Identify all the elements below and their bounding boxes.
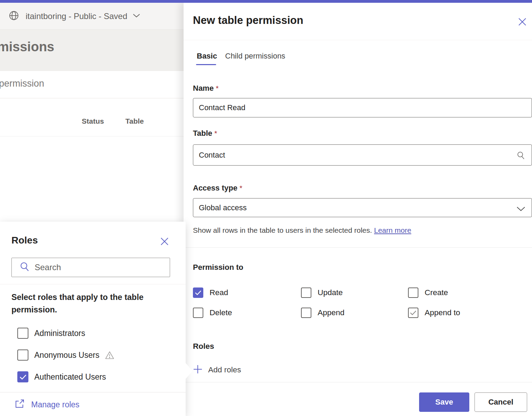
access-type-label: Access type* (193, 184, 242, 193)
checkbox-create[interactable]: Create (408, 287, 448, 298)
table-lookup-field[interactable]: Contact (193, 144, 532, 166)
manage-roles-link[interactable]: Manage roles (15, 399, 79, 410)
checkbox-delete[interactable]: Delete (193, 308, 232, 318)
required-asterisk: * (214, 129, 217, 137)
roles-section-label: Roles (193, 342, 214, 351)
access-type-helper: Show all rows in the table to users in t… (193, 226, 411, 234)
chevron-down-icon[interactable] (516, 205, 525, 214)
access-type-dropdown[interactable]: Global access (193, 198, 532, 217)
learn-more-link[interactable]: Learn more (374, 226, 411, 234)
panel-title: New table permission (193, 14, 303, 27)
cancel-button[interactable]: Cancel (475, 392, 527, 412)
search-icon[interactable] (516, 151, 525, 162)
flyout-beak (185, 363, 193, 379)
checkbox-append-to[interactable]: Append to (408, 308, 460, 318)
section-divider (184, 247, 532, 248)
table-header-divider (0, 136, 184, 136)
table-label: Table* (193, 129, 217, 138)
tab-basic[interactable]: Basic (197, 52, 217, 61)
panel-header-divider (184, 40, 532, 40)
checkbox-append[interactable]: Append (301, 308, 345, 318)
role-checkbox-authenticated-users[interactable]: Authenticated Users (17, 371, 106, 382)
roles-search-box[interactable] (11, 258, 170, 277)
flyout-description: Select roles that apply to the table per… (11, 291, 160, 316)
footer-divider (184, 382, 532, 382)
checkbox-box[interactable] (301, 308, 311, 318)
add-roles-button[interactable]: Add roles (193, 364, 241, 375)
flyout-divider (0, 284, 186, 284)
brand-top-strip (0, 0, 532, 3)
checkbox-box[interactable] (408, 287, 418, 298)
permission-to-label: Permission to (193, 263, 243, 272)
new-table-permission-panel: New table permission Basic Child permiss… (184, 3, 532, 416)
required-asterisk: * (216, 84, 219, 92)
toolbar-button-clipped[interactable]: permission (0, 78, 44, 89)
toolbar-divider (0, 98, 184, 98)
checkbox-read[interactable]: Read (193, 287, 228, 298)
close-icon[interactable] (517, 17, 527, 27)
checkbox-box[interactable] (193, 308, 203, 318)
save-button[interactable]: Save (419, 392, 469, 412)
search-icon (19, 262, 30, 273)
flyout-title: Roles (11, 235, 38, 246)
chevron-down-icon[interactable] (133, 13, 140, 19)
page-title-band: missions (0, 30, 184, 71)
role-checkbox-administrators[interactable]: Administrators (17, 328, 85, 339)
external-link-icon (15, 399, 25, 410)
name-label: Name* (193, 84, 219, 93)
name-field[interactable] (193, 98, 532, 117)
page-title-clipped: missions (0, 39, 54, 54)
search-input[interactable] (35, 263, 163, 272)
flyout-footer-divider (0, 392, 186, 392)
roles-flyout: Roles Select roles that apply to the tab… (0, 222, 186, 416)
checkbox-box[interactable] (17, 328, 28, 339)
checkbox-update[interactable]: Update (301, 287, 343, 298)
plus-icon (193, 364, 203, 375)
close-icon[interactable] (159, 236, 170, 247)
role-checkbox-anonymous-users[interactable]: Anonymous Users (17, 349, 114, 361)
required-asterisk: * (239, 184, 242, 192)
checkbox-box[interactable] (17, 349, 28, 361)
site-selector-label[interactable]: itaintboring - Public - Saved (26, 11, 127, 21)
column-header-table[interactable]: Table (125, 117, 144, 125)
checkbox-box[interactable] (408, 308, 418, 318)
checkbox-box[interactable] (301, 287, 311, 298)
checkbox-box[interactable] (17, 371, 28, 382)
active-tab-indicator (196, 64, 216, 65)
tab-child-permissions[interactable]: Child permissions (225, 52, 285, 61)
checkbox-box[interactable] (193, 287, 203, 298)
warning-icon (105, 351, 114, 360)
globe-icon (8, 10, 19, 23)
column-header-status[interactable]: Status (82, 117, 104, 125)
